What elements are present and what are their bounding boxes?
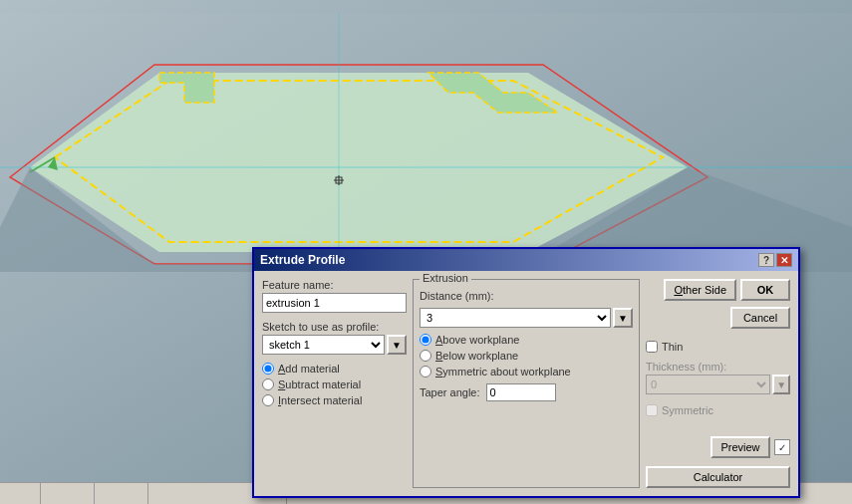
- thin-checkbox[interactable]: [646, 341, 658, 353]
- thickness-select: 0: [646, 375, 770, 394]
- titlebar-buttons: ? ✕: [758, 253, 792, 267]
- above-workplane-radio[interactable]: [420, 334, 431, 346]
- status-seg-1: [0, 483, 41, 504]
- feature-name-input[interactable]: [262, 293, 407, 313]
- extrude-profile-dialog: Extrude Profile ? ✕ Feature name: Sketch…: [252, 247, 800, 498]
- intersect-material-option[interactable]: Intersect material: [262, 394, 407, 406]
- ok-button[interactable]: OK: [740, 279, 790, 301]
- help-button[interactable]: ?: [758, 253, 774, 267]
- taper-input[interactable]: [486, 383, 556, 401]
- add-material-radio[interactable]: [262, 363, 274, 375]
- preview-row: Preview ✓: [646, 436, 790, 458]
- intersect-material-label: Intersect material: [278, 394, 362, 406]
- thin-row: Thin: [646, 341, 790, 353]
- material-radio-group: Add material Subtract material Intersect…: [262, 363, 407, 406]
- below-workplane-radio[interactable]: [420, 350, 431, 362]
- symmetric-workplane-option[interactable]: Symmetric about workplane: [420, 366, 633, 378]
- other-side-button[interactable]: Other Side: [664, 279, 736, 301]
- thickness-dropdown-btn: ▼: [772, 375, 790, 394]
- distance-dropdown-btn[interactable]: ▼: [613, 308, 633, 328]
- preview-check[interactable]: ✓: [774, 439, 790, 455]
- subtract-material-option[interactable]: Subtract material: [262, 378, 407, 390]
- add-material-option[interactable]: Add material: [262, 363, 407, 375]
- symmetric-workplane-radio[interactable]: [420, 366, 431, 378]
- dialog-body: Feature name: Sketch to use as profile: …: [254, 271, 798, 496]
- distance-row: Distance (mm):: [420, 290, 633, 302]
- close-button[interactable]: ✕: [776, 253, 792, 267]
- cancel-button[interactable]: Cancel: [730, 307, 790, 329]
- status-seg-3: [95, 483, 148, 504]
- sketch-dropdown-btn[interactable]: ▼: [387, 335, 407, 355]
- distance-label: Distance (mm):: [420, 290, 494, 302]
- subtract-material-label: Subtract material: [278, 378, 361, 390]
- status-seg-2: [41, 483, 95, 504]
- symmetric-workplane-label: Symmetric about workplane: [435, 366, 571, 378]
- dialog-title: Extrude Profile: [260, 253, 345, 267]
- calculator-button[interactable]: Calculator: [646, 466, 790, 488]
- feature-name-label: Feature name:: [262, 279, 407, 291]
- thin-label: Thin: [662, 341, 683, 353]
- extrusion-group: Extrusion Distance (mm): 3 ▼ Above workp…: [413, 279, 640, 488]
- above-workplane-label: Above workplane: [435, 334, 519, 346]
- below-workplane-option[interactable]: Below workplane: [420, 350, 633, 362]
- preview-button[interactable]: Preview: [710, 436, 770, 458]
- symmetric-checkbox: [646, 404, 658, 416]
- intersect-material-radio[interactable]: [262, 394, 274, 406]
- thickness-section: Thickness (mm): 0 ▼: [646, 361, 790, 394]
- symmetric-row: Symmetric: [646, 404, 790, 416]
- distance-select[interactable]: 3: [420, 308, 611, 328]
- right-column: Other Side OK Cancel Thin Thickness (mm)…: [646, 279, 790, 488]
- subtract-material-radio[interactable]: [262, 378, 274, 390]
- sketch-select[interactable]: sketch 1: [262, 335, 385, 355]
- thickness-label: Thickness (mm):: [646, 361, 790, 373]
- dialog-titlebar: Extrude Profile ? ✕: [254, 249, 798, 271]
- extrusion-group-label: Extrusion: [420, 272, 471, 284]
- other-side-label: ther Side: [683, 284, 726, 296]
- below-workplane-label: Below workplane: [435, 350, 518, 362]
- left-column: Feature name: Sketch to use as profile: …: [262, 279, 407, 488]
- add-material-label: Add material: [278, 363, 340, 375]
- taper-row: Taper angle:: [420, 383, 633, 401]
- taper-label: Taper angle:: [420, 386, 480, 398]
- above-workplane-option[interactable]: Above workplane: [420, 334, 633, 346]
- sketch-label: Sketch to use as profile:: [262, 321, 407, 333]
- symmetric-label: Symmetric: [662, 404, 713, 416]
- top-button-row: Other Side OK: [646, 279, 790, 301]
